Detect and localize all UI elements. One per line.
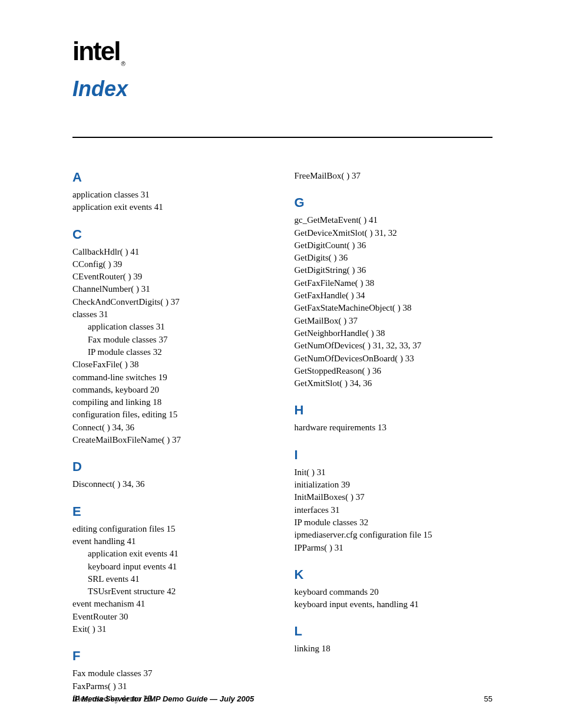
index-entry: FaxParms( ) 31 xyxy=(72,680,271,693)
index-section: Kkeyboard commands 20keyboard input even… xyxy=(295,567,493,611)
index-entry: InitMailBoxes( ) 37 xyxy=(295,491,493,503)
index-entry: CallbackHdlr( ) 41 xyxy=(72,246,271,258)
index-letter: L xyxy=(295,624,493,639)
index-entry: CreateMailBoxFileName( ) 37 xyxy=(72,434,271,446)
index-entry: compiling and linking 18 xyxy=(72,396,271,409)
index-entry: GetFaxStateMachineObject( ) 38 xyxy=(295,302,493,314)
logo-text: intel xyxy=(72,37,120,65)
index-letter: G xyxy=(295,195,493,210)
index-entry: CloseFaxFile( ) 38 xyxy=(72,358,271,371)
index-entry: GetDigits( ) 36 xyxy=(295,252,493,264)
index-letter: A xyxy=(72,170,271,185)
index-column-right: FreeMailBox( ) 37Ggc_GetMetaEvent( ) 41G… xyxy=(283,170,493,718)
index-entry: GetStoppedReason( ) 36 xyxy=(295,365,493,377)
index-entry: initialization 39 xyxy=(295,479,493,491)
index-section: CCallbackHdlr( ) 41CConfig( ) 39CEventRo… xyxy=(72,227,271,447)
index-entry: GetNumOfDevices( ) 31, 32, 33, 37 xyxy=(295,340,493,352)
index-letter: K xyxy=(295,567,493,582)
index-entry: keyboard input events 41 xyxy=(72,561,271,573)
index-entry: FreeMailBox( ) 37 xyxy=(295,170,493,182)
index-section: Eediting configuration files 15event han… xyxy=(72,504,271,636)
index-entry: GetFaxHandle( ) 34 xyxy=(295,289,493,302)
index-entry: Disconnect( ) 34, 36 xyxy=(72,478,271,490)
index-column-left: Aapplication classes 31application exit … xyxy=(72,170,283,718)
index-entry: Init( ) 31 xyxy=(295,466,493,479)
index-section: FreeMailBox( ) 37 xyxy=(295,170,493,182)
index-section: DDisconnect( ) 34, 36 xyxy=(72,459,271,490)
index-entry: CConfig( ) 39 xyxy=(72,258,271,271)
index-entry: event handling 41 xyxy=(72,535,271,548)
index-entry: command-line switches 19 xyxy=(72,371,271,384)
index-entry: application exit events 41 xyxy=(72,201,271,213)
page-footer: IP Media Server for HMP Demo Guide — Jul… xyxy=(72,694,492,703)
index-letter: E xyxy=(72,504,271,519)
index-entry: TSUsrEvent structure 42 xyxy=(72,585,271,598)
index-entry: configuration files, editing 15 xyxy=(72,409,271,421)
index-entry: application exit events 41 xyxy=(72,548,271,560)
index-entry: interfaces 31 xyxy=(295,504,493,516)
index-section: Llinking 18 xyxy=(295,624,493,655)
index-section: Hhardware requirements 13 xyxy=(295,403,493,434)
index-columns: Aapplication classes 31application exit … xyxy=(72,170,492,718)
index-entry: GetFaxFileName( ) 38 xyxy=(295,277,493,289)
index-entry: GetDeviceXmitSlot( ) 31, 32 xyxy=(295,227,493,239)
index-entry: event mechanism 41 xyxy=(72,598,271,610)
index-entry: gc_GetMetaEvent( ) 41 xyxy=(295,214,493,226)
index-letter: D xyxy=(72,459,271,475)
index-entry: keyboard input events, handling 41 xyxy=(295,598,493,611)
index-entry: ipmediaserver.cfg configuration file 15 xyxy=(295,529,493,541)
page-title: Index xyxy=(72,77,492,105)
footer-doc-title: IP Media Server for HMP Demo Guide — Jul… xyxy=(72,694,254,703)
index-section: Aapplication classes 31application exit … xyxy=(72,170,271,214)
index-entry: Fax module classes 37 xyxy=(72,667,271,680)
index-entry: classes 31 xyxy=(72,308,271,321)
index-entry: application classes 31 xyxy=(72,321,271,333)
index-entry: Fax module classes 37 xyxy=(72,334,271,346)
index-section: Ggc_GetMetaEvent( ) 41GetDeviceXmitSlot(… xyxy=(295,195,493,390)
logo-reg: ® xyxy=(121,61,125,67)
index-letter: H xyxy=(295,403,493,418)
index-entry: CEventRouter( ) 39 xyxy=(72,271,271,283)
index-entry: ChannelNumber( ) 31 xyxy=(72,283,271,295)
index-entry: linking 18 xyxy=(295,643,493,655)
index-entry: IP module classes 32 xyxy=(72,346,271,358)
index-entry: GetNumOfDevicesOnBoard( ) 33 xyxy=(295,353,493,365)
index-entry: SRL events 41 xyxy=(72,573,271,585)
index-entry: EventRouter 30 xyxy=(72,611,271,623)
index-entry: keyboard commands 20 xyxy=(295,586,493,598)
index-entry: GetNeighborHandle( ) 38 xyxy=(295,327,493,340)
index-entry: hardware requirements 13 xyxy=(295,421,493,434)
index-entry: commands, keyboard 20 xyxy=(72,384,271,396)
index-entry: GetDigitString( ) 36 xyxy=(295,264,493,276)
index-entry: GetMailBox( ) 37 xyxy=(295,315,493,327)
index-letter: I xyxy=(295,447,493,463)
index-entry: GetDigitCount( ) 36 xyxy=(295,239,493,252)
intel-logo: intel® xyxy=(72,37,124,66)
index-section: IInit( ) 31initialization 39InitMailBoxe… xyxy=(295,447,493,554)
index-entry: IP module classes 32 xyxy=(295,516,493,529)
index-entry: editing configuration files 15 xyxy=(72,523,271,535)
index-entry: application classes 31 xyxy=(72,189,271,201)
index-entry: CheckAndConvertDigits( ) 37 xyxy=(72,296,271,308)
index-entry: Connect( ) 34, 36 xyxy=(72,421,271,434)
index-entry: IPParms( ) 31 xyxy=(295,542,493,554)
index-letter: F xyxy=(72,648,271,664)
footer-page-number: 55 xyxy=(484,694,492,703)
index-letter: C xyxy=(72,227,271,242)
index-entry: GetXmitSlot( ) 34, 36 xyxy=(295,377,493,390)
index-entry: Exit( ) 31 xyxy=(72,623,271,635)
